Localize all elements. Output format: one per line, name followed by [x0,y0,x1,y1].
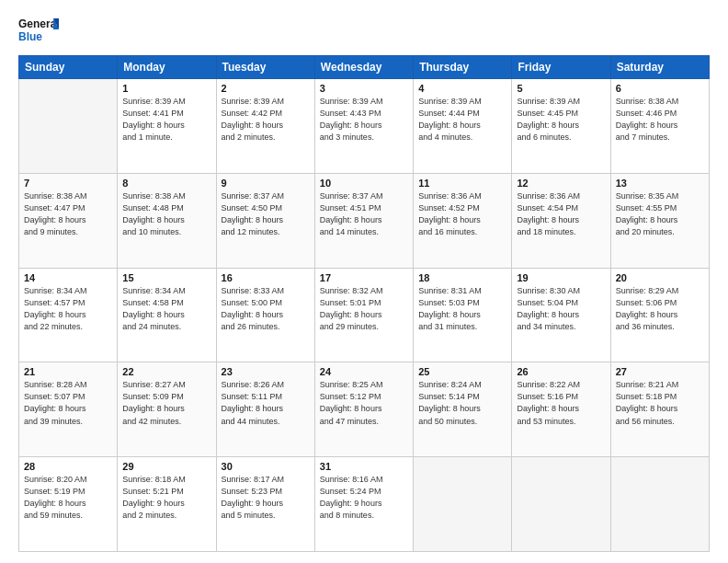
calendar-cell: 2Sunrise: 8:39 AM Sunset: 4:42 PM Daylig… [216,79,314,174]
calendar-cell: 24Sunrise: 8:25 AM Sunset: 5:12 PM Dayli… [314,362,413,457]
day-info: Sunrise: 8:17 AM Sunset: 5:23 PM Dayligh… [222,474,310,522]
day-info: Sunrise: 8:39 AM Sunset: 4:43 PM Dayligh… [320,96,408,144]
svg-text:General: General [18,17,59,30]
day-info: Sunrise: 8:35 AM Sunset: 4:55 PM Dayligh… [616,190,704,238]
calendar-table: SundayMondayTuesdayWednesdayThursdayFrid… [18,55,710,552]
day-number: 12 [517,178,605,189]
calendar-cell: 31Sunrise: 8:16 AM Sunset: 5:24 PM Dayli… [314,457,413,552]
calendar-cell [512,457,610,552]
day-info: Sunrise: 8:36 AM Sunset: 4:54 PM Dayligh… [517,190,605,238]
day-number: 21 [24,366,112,377]
day-number: 11 [418,178,506,189]
calendar-cell: 21Sunrise: 8:28 AM Sunset: 5:07 PM Dayli… [19,362,118,457]
day-number: 31 [320,461,408,472]
day-info: Sunrise: 8:21 AM Sunset: 5:18 PM Dayligh… [616,379,704,427]
day-info: Sunrise: 8:39 AM Sunset: 4:45 PM Dayligh… [517,96,605,144]
day-info: Sunrise: 8:38 AM Sunset: 4:46 PM Dayligh… [616,96,704,144]
day-info: Sunrise: 8:20 AM Sunset: 5:19 PM Dayligh… [24,474,112,522]
calendar-cell: 22Sunrise: 8:27 AM Sunset: 5:09 PM Dayli… [118,362,216,457]
day-number: 16 [222,272,310,283]
day-info: Sunrise: 8:36 AM Sunset: 4:52 PM Dayligh… [418,190,506,238]
day-info: Sunrise: 8:31 AM Sunset: 5:03 PM Dayligh… [418,285,506,333]
day-number: 9 [222,178,310,189]
calendar-cell: 28Sunrise: 8:20 AM Sunset: 5:19 PM Dayli… [19,457,118,552]
calendar-cell: 3Sunrise: 8:39 AM Sunset: 4:43 PM Daylig… [314,79,413,174]
calendar-cell: 16Sunrise: 8:33 AM Sunset: 5:00 PM Dayli… [216,268,314,362]
day-info: Sunrise: 8:38 AM Sunset: 4:48 PM Dayligh… [122,190,210,238]
day-number: 10 [320,178,408,189]
day-number: 4 [418,83,506,94]
day-info: Sunrise: 8:39 AM Sunset: 4:41 PM Dayligh… [122,96,210,144]
weekday-header-saturday: Saturday [610,56,709,79]
day-info: Sunrise: 8:18 AM Sunset: 5:21 PM Dayligh… [122,474,210,522]
svg-text:Blue: Blue [18,30,42,43]
day-info: Sunrise: 8:39 AM Sunset: 4:44 PM Dayligh… [418,96,506,144]
day-number: 29 [122,461,210,472]
calendar-cell: 20Sunrise: 8:29 AM Sunset: 5:06 PM Dayli… [610,268,709,362]
day-info: Sunrise: 8:37 AM Sunset: 4:50 PM Dayligh… [222,190,310,238]
calendar-cell: 25Sunrise: 8:24 AM Sunset: 5:14 PM Dayli… [414,362,512,457]
calendar-cell: 11Sunrise: 8:36 AM Sunset: 4:52 PM Dayli… [414,173,512,268]
day-number: 28 [24,461,112,472]
day-info: Sunrise: 8:22 AM Sunset: 5:16 PM Dayligh… [517,379,605,427]
calendar-cell: 1Sunrise: 8:39 AM Sunset: 4:41 PM Daylig… [118,79,216,174]
day-number: 19 [517,272,605,283]
day-info: Sunrise: 8:28 AM Sunset: 5:07 PM Dayligh… [24,379,112,427]
weekday-header-tuesday: Tuesday [216,56,314,79]
day-number: 25 [418,366,506,377]
day-info: Sunrise: 8:33 AM Sunset: 5:00 PM Dayligh… [222,285,310,333]
calendar-cell: 15Sunrise: 8:34 AM Sunset: 4:58 PM Dayli… [118,268,216,362]
day-info: Sunrise: 8:34 AM Sunset: 4:58 PM Dayligh… [122,285,210,333]
logo-icon: General Blue [18,15,59,48]
calendar-cell: 30Sunrise: 8:17 AM Sunset: 5:23 PM Dayli… [216,457,314,552]
day-number: 15 [122,272,210,283]
day-number: 13 [616,178,704,189]
day-number: 5 [517,83,605,94]
day-number: 2 [222,83,310,94]
day-number: 26 [517,366,605,377]
day-number: 22 [122,366,210,377]
day-info: Sunrise: 8:29 AM Sunset: 5:06 PM Dayligh… [616,285,704,333]
day-number: 24 [320,366,408,377]
day-number: 27 [616,366,704,377]
day-info: Sunrise: 8:34 AM Sunset: 4:57 PM Dayligh… [24,285,112,333]
day-info: Sunrise: 8:24 AM Sunset: 5:14 PM Dayligh… [418,379,506,427]
day-number: 20 [616,272,704,283]
day-number: 14 [24,272,112,283]
day-info: Sunrise: 8:16 AM Sunset: 5:24 PM Dayligh… [320,474,408,522]
day-number: 3 [320,83,408,94]
day-info: Sunrise: 8:25 AM Sunset: 5:12 PM Dayligh… [320,379,408,427]
calendar-cell: 10Sunrise: 8:37 AM Sunset: 4:51 PM Dayli… [314,173,413,268]
weekday-header-sunday: Sunday [19,56,118,79]
calendar-cell: 23Sunrise: 8:26 AM Sunset: 5:11 PM Dayli… [216,362,314,457]
day-number: 30 [222,461,310,472]
weekday-header-wednesday: Wednesday [314,56,413,79]
day-info: Sunrise: 8:27 AM Sunset: 5:09 PM Dayligh… [122,379,210,427]
calendar-cell: 13Sunrise: 8:35 AM Sunset: 4:55 PM Dayli… [610,173,709,268]
day-info: Sunrise: 8:30 AM Sunset: 5:04 PM Dayligh… [517,285,605,333]
day-number: 23 [222,366,310,377]
calendar-cell: 27Sunrise: 8:21 AM Sunset: 5:18 PM Dayli… [610,362,709,457]
calendar-cell: 7Sunrise: 8:38 AM Sunset: 4:47 PM Daylig… [19,173,118,268]
calendar-cell: 14Sunrise: 8:34 AM Sunset: 4:57 PM Dayli… [19,268,118,362]
calendar-cell: 5Sunrise: 8:39 AM Sunset: 4:45 PM Daylig… [512,79,610,174]
day-info: Sunrise: 8:38 AM Sunset: 4:47 PM Dayligh… [24,190,112,238]
day-number: 7 [24,178,112,189]
calendar-cell [414,457,512,552]
calendar-cell: 29Sunrise: 8:18 AM Sunset: 5:21 PM Dayli… [118,457,216,552]
calendar-cell [610,457,709,552]
calendar-cell: 8Sunrise: 8:38 AM Sunset: 4:48 PM Daylig… [118,173,216,268]
calendar-cell: 26Sunrise: 8:22 AM Sunset: 5:16 PM Dayli… [512,362,610,457]
weekday-header-friday: Friday [512,56,610,79]
calendar-cell: 12Sunrise: 8:36 AM Sunset: 4:54 PM Dayli… [512,173,610,268]
calendar-cell: 4Sunrise: 8:39 AM Sunset: 4:44 PM Daylig… [414,79,512,174]
day-info: Sunrise: 8:39 AM Sunset: 4:42 PM Dayligh… [222,96,310,144]
day-info: Sunrise: 8:32 AM Sunset: 5:01 PM Dayligh… [320,285,408,333]
day-number: 1 [122,83,210,94]
weekday-header-thursday: Thursday [414,56,512,79]
weekday-header-monday: Monday [118,56,216,79]
logo: General Blue [18,15,59,48]
day-info: Sunrise: 8:26 AM Sunset: 5:11 PM Dayligh… [222,379,310,427]
calendar-cell: 6Sunrise: 8:38 AM Sunset: 4:46 PM Daylig… [610,79,709,174]
calendar-cell [19,79,118,174]
